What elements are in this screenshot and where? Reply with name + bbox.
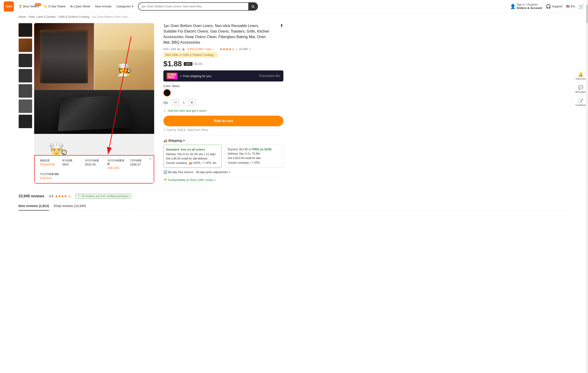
cyber-bar: CYBERWEEK ✓ Free shipping for you Time-l… bbox=[163, 70, 284, 82]
shipping-express[interactable]: Express: $12.90 or FREE (or $129) Delive… bbox=[225, 145, 284, 168]
reviews-stars: ★★★★ bbox=[55, 194, 67, 198]
3day-value: 3532.00 bbox=[85, 163, 104, 166]
smart-link[interactable]: 寻找低价货源 bbox=[40, 163, 58, 166]
returns-row[interactable]: 🔄 90-day free returns · 30-day price adj… bbox=[163, 168, 284, 176]
shield-icon: 🛡 bbox=[78, 195, 81, 198]
color-swatch-black[interactable] bbox=[163, 89, 171, 96]
search-input[interactable] bbox=[138, 3, 248, 10]
breadcrumb-grills[interactable]: Grills & Outdoor Cooking bbox=[58, 15, 89, 19]
data-box-row-1: 智能找货 寻找低价货源 昨日销量 5602 3日日均销量 3532.00 3日日… bbox=[38, 158, 150, 171]
express-courier: Courier company: 🛡 UPS, bbox=[228, 161, 281, 165]
thumbnail-4[interactable] bbox=[19, 69, 32, 83]
thumbnail-6[interactable] bbox=[19, 99, 32, 113]
thumbnail-3[interactable] bbox=[19, 53, 32, 67]
tab-shop-reviews[interactable]: Shop reviews (10,949) bbox=[53, 202, 86, 211]
qty-increase-button[interactable]: + bbox=[188, 99, 195, 106]
subscribe-label: Subscribe bbox=[576, 77, 586, 80]
data-cell-smart: 智能找货 寻找低价货源 bbox=[38, 158, 61, 167]
thumbnail-5[interactable] bbox=[19, 84, 32, 98]
7day-growth-header: 7日日均销量增幅 bbox=[40, 172, 73, 176]
shipping-options: Standard: free on all orders Delivery: D… bbox=[163, 145, 284, 168]
search-button[interactable] bbox=[248, 3, 258, 10]
add-to-cart-button[interactable]: Add to cart bbox=[163, 116, 284, 126]
nav-cyber-week[interactable]: 🛍 Cyber Week bbox=[68, 4, 92, 9]
sign-in-label: Sign in / Register bbox=[517, 3, 542, 6]
product-img-person: 🧑‍🍳 bbox=[94, 23, 154, 90]
headset-icon: 🎧 bbox=[546, 4, 551, 9]
thumbnail-1[interactable] bbox=[19, 23, 32, 37]
price-original: $5.99 bbox=[194, 62, 202, 66]
qty-decrease-button[interactable]: − bbox=[172, 99, 179, 106]
standard-delivery: Delivery: Dec 6-14, 82.3% are ≤ 11 days bbox=[166, 152, 219, 157]
3day-header: 3日日均销量 bbox=[85, 159, 104, 162]
data-box-close[interactable]: ✕ bbox=[149, 157, 152, 161]
search-bar bbox=[138, 2, 258, 11]
price-main: $1.88 bbox=[163, 60, 182, 68]
sign-in-button[interactable]: 👤 Sign in / Register Orders & Account bbox=[510, 3, 542, 10]
messages-label: Messages bbox=[575, 91, 586, 93]
express-label: Express: $12.90 or FREE (or $129) bbox=[228, 147, 281, 152]
best-seller-badge[interactable]: Best Seller in Grills & Outdoor Cooking … bbox=[163, 53, 217, 57]
thumbnail-list bbox=[19, 23, 32, 183]
product-title: 1pc Oven Bottom Oven Liners, Non-stick R… bbox=[163, 23, 270, 45]
stars-display: ★★★★½ bbox=[220, 47, 234, 51]
data-box-overlay: ✕ 智能找货 寻找低价货源 昨日销量 5602 3日日均销量 3532.00 bbox=[34, 155, 154, 183]
reviews-section: 10,949 reviews 4.6 ★★★★½ 🛡 All reviews a… bbox=[0, 188, 588, 213]
logo[interactable]: TEMU bbox=[4, 1, 14, 11]
verified-label: All reviews are from verified purchases bbox=[82, 195, 129, 198]
best-seller-label: Best Seller bbox=[166, 53, 179, 57]
breadcrumb-patio[interactable]: Patio, Lawn & Garden bbox=[29, 15, 56, 19]
sustainability-row[interactable]: 🌱 Sustainability at Temu (2M+ trees) > bbox=[163, 176, 284, 183]
review-count-value[interactable]: 10,949 bbox=[239, 48, 248, 51]
price-row: $1.88 -68% $5.99 bbox=[163, 60, 284, 68]
nav-5star[interactable]: ⭐ 5-Star Rated bbox=[42, 4, 67, 9]
thumbnail-2[interactable] bbox=[19, 38, 32, 52]
cart-button[interactable]: 🛒 bbox=[578, 4, 584, 9]
logo-text: TEMU bbox=[5, 5, 12, 8]
data-box-row-2: 7日日均销量增幅 276.91% bbox=[38, 171, 150, 181]
main-product-image: 🧑‍🍳 👨‍🍳 ✕ 智能找货 寻找低价货源 昨日销量 bbox=[34, 23, 154, 183]
product-img-oven bbox=[34, 23, 94, 90]
express-delivery: Delivery: Dec 3-11, 75.8% bbox=[228, 152, 281, 156]
3day-growth-header: 3日日均销量增幅 bbox=[107, 159, 126, 166]
tab-item-reviews[interactable]: Item reviews (1,813) bbox=[19, 202, 49, 211]
nav-best-sellers[interactable]: 🏆 Best Sellers HOT bbox=[17, 4, 41, 9]
7day-value: 2286.57 bbox=[130, 163, 149, 166]
data-cell-7day-growth: 7日日均销量增幅 276.91% bbox=[38, 171, 75, 181]
support-button[interactable]: 🎧 Support bbox=[546, 4, 562, 9]
feedback-icon: 📝 bbox=[578, 98, 583, 103]
support-label: Support bbox=[552, 5, 562, 8]
sidebar-feedback-button[interactable]: 📝 Feedback bbox=[573, 96, 588, 109]
header: TEMU 🏆 Best Sellers HOT ⭐ 5-Star Rated 🛍… bbox=[0, 0, 588, 13]
sidebar-messages-button[interactable]: 💬 Messages bbox=[573, 83, 588, 96]
share-icon[interactable]: ⬆ bbox=[280, 23, 284, 28]
shipping-standard[interactable]: Standard: free on all orders Delivery: D… bbox=[163, 145, 221, 168]
reviews-rating: 4.6 ★★★★½ bbox=[49, 194, 71, 198]
review-tabs: Item reviews (1,813) Shop reviews (10,94… bbox=[19, 202, 569, 211]
language-selector[interactable]: 🇺🇸 EN bbox=[566, 5, 575, 8]
time-limited-label: Time-limited offer bbox=[259, 74, 280, 77]
nav-categories[interactable]: Categories ▾ bbox=[115, 4, 135, 9]
sidebar-subscribe-button[interactable]: 🔔 Subscribe bbox=[573, 69, 588, 83]
qty-value: 1 bbox=[179, 100, 188, 105]
breadcrumb-home[interactable]: Home bbox=[19, 15, 26, 19]
yesterday-header: 昨日销量 bbox=[62, 159, 81, 162]
sold-count: 51K+ sold, by bbox=[163, 48, 180, 51]
reviews-count: 10,949 reviews bbox=[19, 194, 44, 198]
data-cell-7day: 7日均销量 2286.57 bbox=[128, 158, 150, 167]
orders-label: Orders & Account bbox=[517, 6, 542, 10]
seller-name[interactable]: JUNLE(100K+ sold) bbox=[187, 48, 211, 51]
flag-icon: 🇺🇸 bbox=[566, 5, 570, 8]
3day-growth-value: 236.52% bbox=[107, 166, 126, 170]
thumbnail-7[interactable] bbox=[19, 115, 32, 128]
chat-icon: 💬 bbox=[578, 85, 583, 90]
scrollbar-thumb[interactable] bbox=[586, 5, 588, 23]
review-count[interactable]: ( bbox=[236, 48, 237, 51]
cyber-week-logo: CYBERWEEK bbox=[167, 73, 178, 79]
qty-control: − 1 + bbox=[172, 99, 195, 106]
nav-new-arrivals[interactable]: New Arrivals bbox=[93, 4, 113, 9]
yesterday-value: 5602 bbox=[62, 163, 81, 166]
7day-header: 7日均销量 bbox=[130, 159, 149, 162]
shipping-header[interactable]: 🚚 Shipping > bbox=[163, 139, 284, 142]
breadcrumb-sep-2: › bbox=[57, 15, 57, 19]
